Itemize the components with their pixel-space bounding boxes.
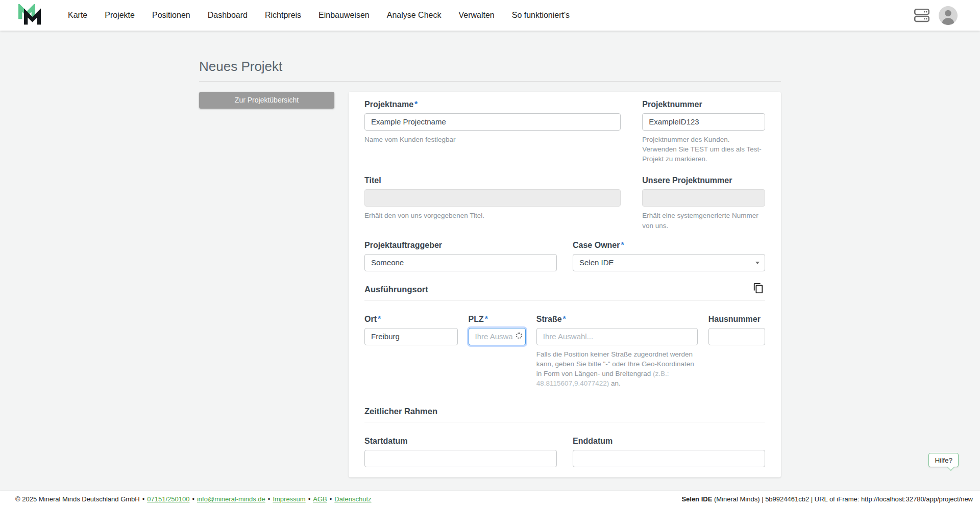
server-icon[interactable] [914,8,929,22]
section-ausfuehrungsort: Ausführungsort [364,285,765,300]
footer-link-agb[interactable]: AGB [313,495,327,503]
enddatum-input[interactable] [573,450,765,467]
section-zeitlicher-rahmen: Zeitlicher Rahmen [364,407,765,422]
projektname-input[interactable] [364,113,621,131]
case-owner-select[interactable]: Selen IDE [573,254,765,271]
loading-spinner-icon [516,333,522,339]
startdatum-input[interactable] [364,450,557,467]
user-avatar-icon[interactable] [939,6,958,25]
copyright-text: © 2025 Mineral Minds Deutschland GmbH [15,495,140,503]
nav-item-karte[interactable]: Karte [59,0,96,31]
nav-item-projekte[interactable]: Projekte [96,0,143,31]
case-owner-label: Case Owner* [573,241,765,250]
titel-label: Titel [364,176,621,185]
field-unsere-projektnummer: Unsere Projektnummer Erhält eine systemg… [642,176,765,230]
mineral-minds-logo-icon[interactable] [17,4,42,27]
field-enddatum: Enddatum [573,437,765,467]
chevron-down-icon [755,262,760,264]
project-form-card: Projektname* Name vom Kunden festlegbar … [349,92,781,477]
top-nav: Karte Projekte Positionen Dashboard Rich… [0,0,980,31]
field-titel: Titel Erhält den von uns vorgegebenen Ti… [364,176,621,230]
startdatum-label: Startdatum [364,437,557,446]
projektnummer-input[interactable] [642,113,765,131]
strasse-input[interactable] [536,328,698,345]
nav-item-positionen[interactable]: Positionen [143,0,199,31]
field-hausnummer: Hausnummer [708,315,765,389]
nav-item-einbauweisen[interactable]: Einbauweisen [310,0,378,31]
unsere-projektnummer-helper: Erhält eine systemgenerierte Nummer von … [642,211,765,230]
page-title: Neues Projekt [199,59,781,74]
projektnummer-helper: Projektnummer des Kunden. Verwenden Sie … [642,135,765,164]
zeitlicher-rahmen-title: Zeitlicher Rahmen [364,407,765,416]
enddatum-label: Enddatum [573,437,765,446]
projektnummer-label: Projektnummer [642,100,765,109]
plz-label: PLZ* [469,315,526,324]
ausfuehrungsort-title: Ausführungsort [364,285,765,294]
hausnummer-input[interactable] [708,328,765,345]
required-marker: * [563,315,566,323]
nav-item-analyse-check[interactable]: Analyse Check [378,0,450,31]
unsere-projektnummer-input [642,189,765,207]
required-marker: * [414,100,418,109]
hilfe-button[interactable]: Hilfe? [928,453,959,467]
unsere-projektnummer-label: Unsere Projektnummer [642,176,765,185]
footer: © 2025 Mineral Minds Deutschland GmbH•07… [0,491,980,507]
projektauftraggeber-label: Projektauftraggeber [364,241,557,250]
projektauftraggeber-input[interactable] [364,254,557,271]
field-plz: PLZ* [469,315,526,389]
footer-left: © 2025 Mineral Minds Deutschland GmbH•07… [15,495,372,503]
zur-projektuebersicht-button[interactable]: Zur Projektübersicht [199,92,334,109]
footer-link-datenschutz[interactable]: Datenschutz [334,495,371,503]
strasse-helper: Falls die Position keiner Straße zugeord… [536,349,698,389]
required-marker: * [621,241,624,249]
field-ort: Ort* [364,315,458,389]
nav-item-so-funktionierts[interactable]: So funktioniert's [503,0,578,31]
case-owner-value: Selen IDE [579,258,614,267]
projektname-helper: Name vom Kunden festlegbar [364,135,621,144]
titel-input [364,189,621,207]
footer-link-phone[interactable]: 07151/250100 [147,495,189,503]
nav-item-dashboard[interactable]: Dashboard [199,0,256,31]
field-startdatum: Startdatum [364,437,557,467]
ort-label: Ort* [364,315,458,324]
nav-item-richtpreis[interactable]: Richtpreis [256,0,310,31]
footer-session-info: Selen IDE (Mineral Minds) | 5b9924461cb2… [681,495,973,503]
copy-icon[interactable] [752,282,765,296]
main-menu: Karte Projekte Positionen Dashboard Rich… [59,0,914,31]
titel-helper: Erhält den von uns vorgegebenen Titel. [364,211,621,220]
nav-item-verwalten[interactable]: Verwalten [450,0,503,31]
field-projektnummer: Projektnummer Projektnummer des Kunden. … [642,100,765,164]
title-divider [199,81,781,82]
ort-input[interactable] [364,328,458,345]
hausnummer-label: Hausnummer [708,315,765,324]
field-strasse: Straße* Falls die Position keiner Straße… [536,315,698,389]
field-projektname: Projektname* Name vom Kunden festlegbar [364,100,621,164]
projektname-label: Projektname* [364,100,621,109]
required-marker: * [485,315,488,323]
main-content: Neues Projekt Zur Projektübersicht Proje… [199,59,781,507]
required-marker: * [378,315,381,323]
footer-link-impressum[interactable]: Impressum [273,495,305,503]
field-projektauftraggeber: Projektauftraggeber [364,241,557,271]
footer-link-email[interactable]: info@mineral-minds.de [197,495,265,503]
field-case-owner: Case Owner* Selen IDE [573,241,765,271]
strasse-label: Straße* [536,315,698,324]
